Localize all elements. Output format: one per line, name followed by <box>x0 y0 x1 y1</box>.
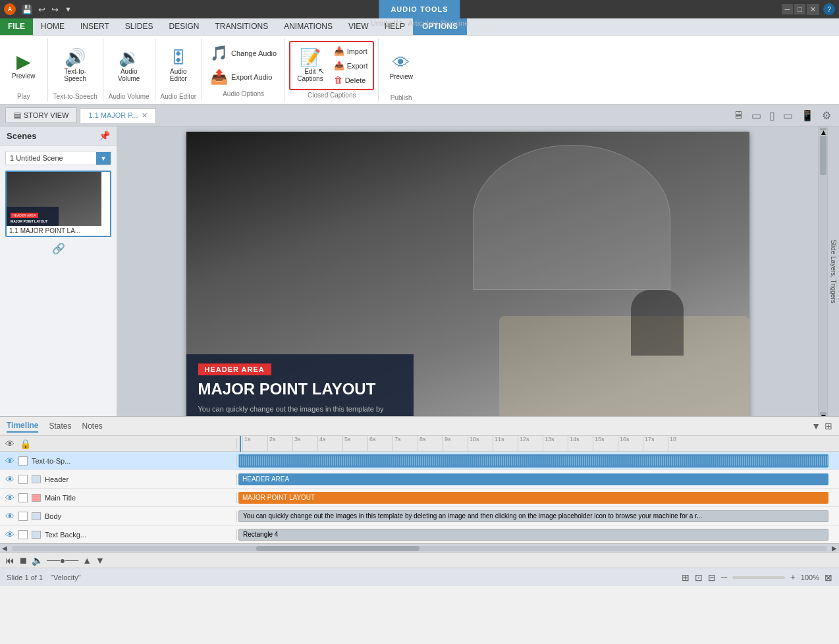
tl-play-icon[interactable]: ⏹ <box>18 555 28 566</box>
tablet-view-icon[interactable]: ▭ <box>749 108 764 123</box>
edit-captions-button[interactable]: 📝 EditCaptions ↖ <box>293 45 327 86</box>
tl-eye-icon-2[interactable]: 👁 <box>5 474 14 485</box>
timeline-collapse-icon[interactable]: ▼ <box>811 421 821 431</box>
tab-help[interactable]: HELP <box>377 18 413 35</box>
table-row[interactable]: 👁 Text-to-Sp... <box>0 452 839 470</box>
tl-scroll-right[interactable]: ▶ <box>830 545 839 552</box>
tl-check[interactable] <box>18 456 28 466</box>
publish-preview-button[interactable]: 👁 Preview <box>385 50 417 83</box>
tab-view[interactable]: VIEW <box>340 18 377 35</box>
save-icon[interactable]: 💾 <box>20 3 34 16</box>
tl-block-main-title[interactable]: MAJOR POINT LAYOUT <box>238 492 828 504</box>
right-sidebar[interactable]: Slide Layers, Triggers <box>827 126 839 416</box>
timeline-tab-timeline[interactable]: Timeline <box>7 419 38 433</box>
slide-canvas[interactable]: HEADER AREA MAJOR POINT LAYOUT You can q… <box>186 132 749 416</box>
tl-check-5[interactable] <box>18 530 28 539</box>
table-row[interactable]: 👁 Header HEADER AREA <box>0 470 839 489</box>
tab-story-view[interactable]: ▤ STORY VIEW <box>5 107 77 123</box>
slide-info: Slide 1 of 1 <box>7 574 43 581</box>
mobile-view-icon[interactable]: 📱 <box>798 108 817 123</box>
tab-insert[interactable]: INSERT <box>72 18 117 35</box>
pin-icon[interactable]: 📌 <box>99 130 110 141</box>
slide-link-icon[interactable]: 🔗 <box>52 243 65 254</box>
tl-block-header[interactable]: HEADER AREA <box>238 473 828 485</box>
tl-down-icon[interactable]: ▼ <box>95 555 105 566</box>
editor-button[interactable]: 🎛 AudioEditor <box>166 45 191 85</box>
timeline-tab-states[interactable]: States <box>49 420 71 432</box>
tab-options[interactable]: OPTIONS <box>413 18 467 35</box>
preview-button[interactable]: ▶ Preview <box>7 48 41 82</box>
slide-main-title: MAJOR POINT LAYOUT <box>198 381 402 398</box>
tab-transitions[interactable]: TRANSITIONS <box>207 18 277 35</box>
tab-slide-view[interactable]: 1.1 MAJOR P... ✕ <box>80 108 156 123</box>
tl-block-body[interactable]: You can quickly change out the images in… <box>238 510 828 522</box>
fit-view-icon[interactable]: ⊟ <box>708 572 716 583</box>
tl-eye-icon-4[interactable]: 👁 <box>5 511 14 522</box>
fit-page-icon[interactable]: ⊠ <box>825 572 832 583</box>
table-row[interactable]: 👁 Main Title MAJOR POINT LAYOUT <box>0 489 839 507</box>
scene-dropdown-icon[interactable]: ▼ <box>96 152 111 165</box>
tl-vol-slider[interactable]: ──●── <box>47 555 78 566</box>
tab-animations[interactable]: ANIMATIONS <box>276 18 340 35</box>
play-icon: ▶ <box>16 51 31 72</box>
vertical-scrollbar[interactable]: ▲ ▼ <box>818 126 827 416</box>
phone-landscape-icon[interactable]: ▭ <box>780 108 796 123</box>
settings-icon[interactable]: ⚙ <box>819 108 834 123</box>
tl-row-name-1: Header <box>45 475 68 483</box>
tts-button[interactable]: 🔊 Text-to-Speech <box>60 45 90 85</box>
tl-playhead-indicator[interactable] <box>240 436 241 452</box>
timeline-tab-notes[interactable]: Notes <box>82 420 103 432</box>
scroll-thumb-v[interactable] <box>820 136 826 175</box>
tl-eye-icon-3[interactable]: 👁 <box>5 493 14 503</box>
restore-icon[interactable]: □ <box>794 4 805 14</box>
tl-check-4[interactable] <box>18 512 28 521</box>
tl-eye-icon-5[interactable]: 👁 <box>5 529 14 540</box>
scenes-sidebar: Scenes 📌 1 Untitled Scene ▼ HEADER AREA … <box>0 126 117 416</box>
grid-view-icon[interactable]: ⊞ <box>682 572 690 583</box>
tab-design[interactable]: DESIGN <box>161 18 207 35</box>
tab-home[interactable]: HOME <box>33 18 72 35</box>
audio-waveform[interactable] <box>238 454 828 468</box>
scenes-title: Scenes <box>7 131 37 141</box>
zoom-in-icon[interactable]: + <box>790 572 796 582</box>
publish-group-label: Publish <box>391 94 412 101</box>
change-audio-button[interactable]: 🎵 Change Audio <box>207 43 279 64</box>
tl-check-2[interactable] <box>18 475 28 484</box>
table-row[interactable]: 👁 Text Backg... Rectangle 4 <box>0 525 839 543</box>
timeline-expand-icon[interactable]: ⊞ <box>825 421 832 431</box>
scene-selector[interactable]: 1 Untitled Scene ▼ <box>5 151 111 165</box>
volume-button[interactable]: 🔉 AudioVolume <box>114 45 144 85</box>
delete-cc-label: Delete <box>345 76 366 84</box>
tl-vol-icon[interactable]: 🔈 <box>32 555 43 566</box>
export-audio-button[interactable]: 📤 Export Audio <box>207 67 279 88</box>
zoom-out-icon[interactable]: ─ <box>721 572 727 582</box>
tl-block-textbg[interactable]: Rectangle 4 <box>238 529 828 541</box>
slide-thumb-label: 1.1 MAJOR POINT LA... <box>7 226 110 236</box>
tl-scroll-left[interactable]: ◀ <box>0 545 9 552</box>
more-icon[interactable]: ▼ <box>63 4 74 14</box>
tl-rewind-icon[interactable]: ⏮ <box>5 555 14 566</box>
delete-captions-button[interactable]: 🗑 Delete <box>331 74 371 86</box>
tl-up-icon[interactable]: ▲ <box>82 555 92 566</box>
close-tab-icon[interactable]: ✕ <box>142 111 148 120</box>
redo-icon[interactable]: ↪ <box>49 3 61 16</box>
theme-label: "Velocity" <box>51 574 81 581</box>
export-captions-button[interactable]: 📤 Export <box>331 59 371 72</box>
zoom-slider[interactable] <box>732 576 785 579</box>
desktop-view-icon[interactable]: 🖥 <box>730 108 746 122</box>
help-icon[interactable]: ? <box>823 3 835 15</box>
tl-check-3[interactable] <box>18 493 28 502</box>
minimize-icon[interactable]: ─ <box>782 4 794 14</box>
list-view-icon[interactable]: ⊡ <box>695 572 703 583</box>
tl-scroll-thumb-h[interactable] <box>256 546 420 551</box>
slide-thumbnail[interactable]: HEADER AREA MAJOR POINT LAYOUT 1.1 MAJOR… <box>5 171 111 237</box>
tab-file[interactable]: FILE <box>0 18 33 35</box>
undo-icon[interactable]: ↩ <box>36 3 47 16</box>
tl-eye-icon[interactable]: 👁 <box>5 456 14 466</box>
app-logo: A <box>4 3 16 15</box>
close-icon[interactable]: ✕ <box>807 4 819 15</box>
table-row[interactable]: 👁 Body You can quickly change out the im… <box>0 507 839 525</box>
phone-portrait-icon[interactable]: ▯ <box>767 108 778 123</box>
import-captions-button[interactable]: 📥 Import <box>331 45 371 57</box>
tab-slides[interactable]: SLIDES <box>117 18 161 35</box>
